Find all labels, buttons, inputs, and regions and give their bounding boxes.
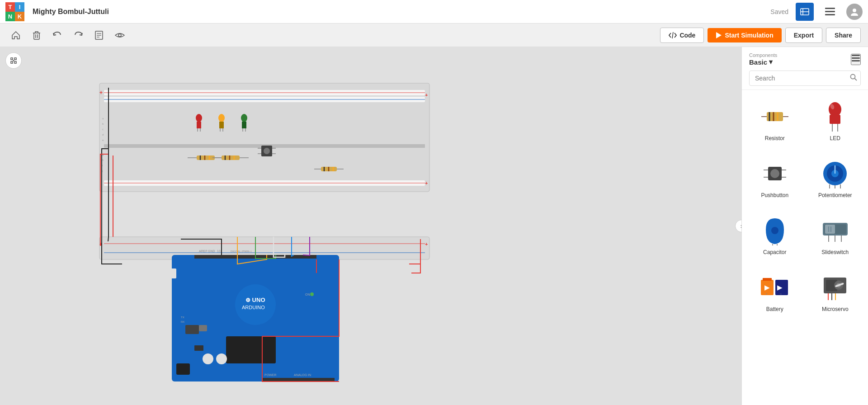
saved-label: Saved	[770, 8, 788, 15]
component-capacitor[interactable]: Capacitor	[747, 211, 802, 259]
svg-marker-15	[716, 32, 722, 38]
resistor-label: Resistor	[765, 135, 785, 141]
svg-rect-17	[14, 58, 16, 60]
search-icon	[850, 74, 857, 81]
component-microservo[interactable]: Microservo	[808, 268, 863, 316]
fit-view-button[interactable]	[5, 52, 22, 69]
view-button[interactable]	[111, 27, 128, 44]
toolbar: Code Start Simulation Export Share	[0, 24, 868, 47]
pushbutton-label: Pushbutton	[761, 192, 788, 198]
eye-icon	[115, 32, 125, 39]
svg-rect-145	[825, 225, 835, 234]
potentiometer-label: Potentiometer	[818, 192, 852, 198]
component-resistor[interactable]: Resistor	[747, 97, 802, 145]
svg-rect-111	[852, 55, 860, 56]
svg-rect-99	[194, 345, 203, 351]
svg-rect-18	[11, 61, 13, 63]
slideswitch-label: Slideswitch	[821, 249, 849, 255]
component-battery[interactable]: ▶ ▶ + − Battery	[747, 268, 802, 316]
capacitor-icon	[759, 215, 791, 246]
svg-text:RX: RX	[181, 320, 184, 323]
svg-rect-16	[11, 58, 13, 60]
svg-text:d: d	[102, 133, 104, 136]
delete-button[interactable]	[28, 27, 45, 44]
capacitor-label: Capacitor	[763, 249, 786, 255]
collapse-panel-button[interactable]: ›	[735, 220, 741, 232]
svg-text:−: −	[780, 292, 782, 296]
svg-point-13	[118, 34, 121, 37]
search-input[interactable]	[749, 71, 861, 86]
redo-icon	[74, 31, 83, 39]
arduino-uno[interactable]: AREF GND 13 DIGITAL (PWM~) ⊕ UNO ARDUINO…	[160, 250, 339, 381]
svg-rect-5	[825, 14, 835, 15]
canvas-area[interactable]: a b c d e f g h i j	[0, 47, 741, 405]
svg-text:+: +	[425, 180, 428, 186]
category-label: Basic	[749, 58, 767, 66]
breadboard-top[interactable]: a b c d e f g h i j	[99, 83, 429, 192]
svg-text:AREF: AREF	[199, 250, 208, 253]
svg-point-122	[829, 102, 841, 117]
avatar[interactable]	[846, 4, 863, 20]
home-icon	[11, 31, 20, 40]
right-panel: Components Basic ▾	[741, 47, 868, 405]
topbar: T I N K Mighty Bombul-Juttuli Saved	[0, 0, 868, 24]
logo: T I N K	[5, 2, 24, 21]
play-icon	[716, 32, 722, 39]
svg-text:i: i	[102, 164, 103, 167]
list-icon	[852, 55, 860, 62]
component-pushbutton[interactable]: Pushbutton	[747, 154, 802, 202]
panel-header-top: Components Basic ▾	[749, 52, 861, 66]
svg-rect-55	[197, 155, 215, 160]
logo-n: N	[5, 12, 15, 21]
svg-rect-51	[242, 122, 246, 128]
svg-text:+: +	[425, 92, 428, 98]
svg-point-140	[771, 227, 778, 234]
svg-rect-102	[176, 363, 190, 375]
svg-rect-96	[226, 336, 276, 363]
diagram-icon-btn[interactable]	[796, 3, 814, 21]
svg-point-20	[13, 60, 14, 61]
code-label: Code	[679, 32, 695, 39]
svg-rect-43	[197, 122, 201, 128]
component-led[interactable]: LED	[808, 97, 863, 145]
toolbar-right: Code Start Simulation Export Share	[660, 28, 861, 43]
battery-icon: ▶ ▶ + −	[759, 272, 791, 303]
notes-icon	[95, 31, 103, 40]
share-button[interactable]: Share	[826, 28, 861, 43]
components-label: Components	[749, 52, 777, 58]
svg-rect-47	[219, 122, 224, 128]
redo-button[interactable]	[70, 27, 87, 44]
svg-text:ON: ON	[305, 293, 310, 296]
menu-icon-btn[interactable]	[821, 3, 839, 21]
svg-text:▶: ▶	[777, 284, 783, 291]
svg-point-100	[203, 353, 213, 364]
diagram-icon	[800, 7, 810, 17]
svg-text:▶: ▶	[764, 284, 770, 291]
svg-text:POWER: POWER	[264, 373, 276, 377]
category-select[interactable]: Basic ▾	[749, 58, 777, 66]
user-icon	[849, 7, 859, 17]
component-slideswitch[interactable]: Slideswitch	[808, 211, 863, 259]
start-simulation-button[interactable]: Start Simulation	[708, 28, 781, 42]
trash-icon	[33, 31, 41, 40]
svg-rect-104	[262, 378, 335, 381]
resistor-icon	[759, 101, 791, 132]
svg-rect-112	[852, 57, 860, 59]
svg-text:+: +	[765, 292, 768, 296]
home-button[interactable]	[7, 27, 24, 44]
topbar-right: Saved	[770, 3, 863, 21]
svg-rect-61	[222, 155, 240, 160]
list-view-button[interactable]	[851, 54, 861, 65]
undo-icon	[53, 31, 62, 39]
svg-rect-19	[14, 61, 16, 63]
export-button[interactable]: Export	[785, 28, 822, 43]
notes-button[interactable]	[90, 27, 108, 44]
slideswitch-icon	[819, 215, 851, 246]
menu-icon	[825, 8, 835, 16]
component-potentiometer[interactable]: Potentiometer	[808, 154, 863, 202]
code-button[interactable]: Code	[660, 28, 704, 43]
search-icon-button[interactable]	[850, 74, 857, 83]
components-grid: Resistor LED	[742, 90, 868, 405]
chevron-down-icon: ▾	[769, 58, 773, 66]
undo-button[interactable]	[49, 27, 66, 44]
